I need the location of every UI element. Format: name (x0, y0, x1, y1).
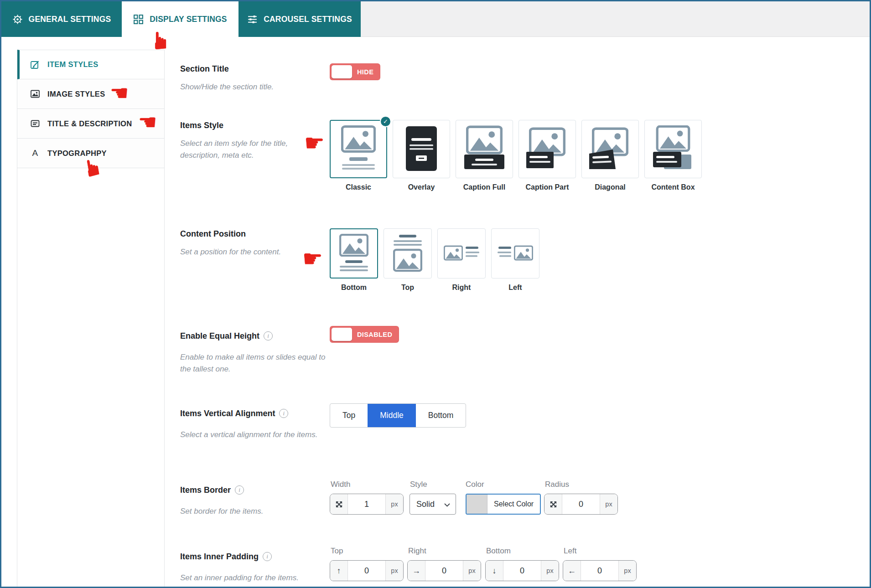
style-option-diagonal[interactable]: Diagonal (581, 120, 639, 191)
toggle-knob (332, 65, 352, 78)
align-middle-button[interactable]: Middle (368, 404, 416, 427)
padding-top-group: ↑ px (330, 560, 404, 581)
content-position-label: Content Position (180, 229, 246, 239)
toggle-label: DISABLED (357, 331, 392, 338)
position-bottom-thumb (335, 233, 373, 274)
select-color-button[interactable]: Select Color (487, 495, 540, 514)
image-icon (30, 89, 41, 99)
sidebar-item-label: IMAGE STYLES (47, 90, 105, 98)
unit-label: px (385, 561, 403, 581)
border-radius-input[interactable] (562, 500, 600, 509)
typography-icon: A (30, 148, 41, 158)
red-hand-pointer-title-description: ☚ (138, 112, 157, 133)
equal-height-label: Enable Equal Heighti (180, 331, 273, 341)
style-option-content-box[interactable]: Content Box (644, 120, 702, 191)
items-style-label: Items Style (180, 121, 223, 130)
padding-right-input[interactable] (425, 566, 463, 576)
style-option-caption-part[interactable]: Caption Part (518, 120, 576, 191)
diagonal-style-thumb (589, 125, 631, 173)
position-left-thumb (497, 233, 534, 274)
section-title-label: Section Title (180, 64, 229, 74)
tab-label: DISPLAY SETTINGS (150, 15, 227, 24)
border-width-header: Width (331, 480, 350, 489)
border-style-header: Style (410, 480, 427, 489)
border-radius-header: Radius (545, 480, 569, 489)
unit-label: px (618, 561, 636, 581)
vertical-alignment-label: Items Vertical Alignmenti (180, 409, 288, 418)
align-top-button[interactable]: Top (330, 404, 368, 427)
content-position-desc: Set a position for the content. (180, 246, 317, 258)
position-right-thumb (443, 233, 480, 274)
tab-carousel-settings[interactable]: CAROUSEL SETTINGS (238, 1, 361, 37)
arrow-down-icon: ↓ (486, 561, 503, 581)
settings-tab-bar: GENERAL SETTINGS DISPLAY SETTINGS CARO (1, 1, 870, 37)
unit-label: px (385, 494, 403, 514)
padding-bottom-header: Bottom (486, 547, 511, 556)
padding-bottom-input[interactable] (503, 566, 541, 576)
position-option-bottom[interactable]: Bottom (330, 228, 378, 292)
red-hand-pointer-image-styles: ☚ (110, 83, 129, 103)
sidebar-item-image-styles[interactable]: IMAGE STYLES (17, 79, 164, 109)
info-icon[interactable]: i (235, 485, 244, 495)
style-option-overlay[interactable]: Overlay (393, 120, 450, 191)
items-border-label: Items Borderi (180, 485, 244, 495)
border-width-input[interactable] (348, 500, 385, 509)
inner-padding-label: Items Inner Paddingi (180, 552, 272, 562)
vertical-alignment-control: Top Middle Bottom (330, 403, 466, 428)
position-option-top[interactable]: Top (384, 228, 432, 292)
text-lines-icon (30, 119, 41, 129)
arrow-up-icon: ↑ (330, 561, 348, 581)
border-color-picker[interactable]: Select Color (466, 494, 541, 515)
padding-left-header: Left (564, 547, 576, 556)
arrow-right-icon: → (408, 561, 425, 581)
padding-bottom-group: ↓ px (485, 560, 559, 581)
red-hand-pointer-display-tab: ☛ (149, 30, 172, 52)
tab-general-settings[interactable]: GENERAL SETTINGS (1, 1, 122, 37)
vertical-alignment-desc: Select a vertical alignment for the item… (180, 429, 331, 441)
toggle-label: HIDE (357, 68, 373, 76)
sidebar-item-label: ITEM STYLES (47, 60, 98, 69)
padding-top-input[interactable] (348, 566, 385, 576)
toggle-knob (332, 328, 352, 341)
overlay-style-thumb (400, 125, 442, 173)
check-icon: ✓ (380, 116, 391, 127)
arrow-left-icon: ← (563, 561, 581, 581)
info-icon[interactable]: i (263, 552, 272, 561)
content-box-style-thumb (652, 125, 694, 173)
items-style-desc: Select an item style for the title, desc… (180, 138, 317, 162)
section-title-desc: Show/Hide the section title. (180, 81, 326, 93)
edit-icon (30, 60, 41, 70)
tab-display-settings[interactable]: DISPLAY SETTINGS (122, 1, 238, 37)
border-style-select[interactable]: Solid (410, 494, 456, 515)
caption-full-style-thumb (463, 125, 505, 173)
sidebar-item-item-styles[interactable]: ITEM STYLES (17, 50, 164, 79)
tab-label: GENERAL SETTINGS (29, 15, 111, 24)
red-hand-pointer-typography: ☛ (80, 156, 106, 180)
position-option-right[interactable]: Right (437, 228, 486, 292)
content-position-options: Bottom Top Right (330, 228, 539, 292)
padding-top-header: Top (331, 547, 343, 556)
equal-height-toggle[interactable]: DISABLED (330, 326, 399, 343)
unit-label: px (541, 561, 559, 581)
position-option-left[interactable]: Left (491, 228, 539, 292)
classic-style-thumb (337, 125, 379, 173)
unit-label: px (600, 494, 617, 514)
section-title-toggle[interactable]: HIDE (330, 63, 380, 80)
padding-right-header: Right (408, 547, 426, 556)
style-option-caption-full[interactable]: Caption Full (456, 120, 513, 191)
chevron-down-icon (444, 500, 450, 509)
info-icon[interactable]: i (279, 409, 288, 418)
header-filler (361, 1, 870, 37)
border-color-header: Color (466, 480, 484, 489)
align-bottom-button[interactable]: Bottom (416, 404, 466, 427)
style-option-classic[interactable]: ✓ Classic (330, 120, 387, 191)
tab-label: CAROUSEL SETTINGS (264, 15, 352, 24)
position-top-thumb (389, 233, 426, 274)
border-radius-group: px (544, 494, 618, 515)
info-icon[interactable]: i (264, 331, 273, 340)
padding-left-input[interactable] (581, 566, 618, 576)
color-swatch (467, 495, 487, 514)
move-icon (330, 494, 348, 514)
border-width-group: px (330, 494, 404, 515)
sliders-icon (247, 14, 258, 25)
